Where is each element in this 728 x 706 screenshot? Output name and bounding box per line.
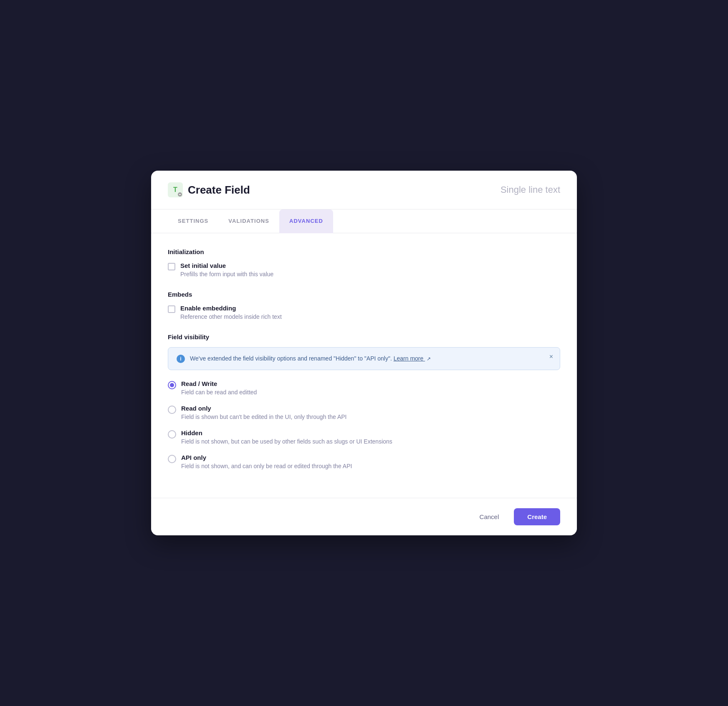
checkbox-content-initial-value: Set initial value Prefills the form inpu… [180,262,273,277]
cancel-button[interactable]: Cancel [471,509,508,524]
radio-content-hidden: Hidden Field is not shown, but can be us… [181,429,392,445]
radio-item-api-only: API only Field is not shown, and can onl… [168,454,560,469]
section-field-visibility: Field visibility i We've extended the fi… [168,333,560,469]
section-title-initialization: Initialization [168,248,560,255]
radio-api-only[interactable] [168,455,176,463]
header-left: T Create Field [168,182,250,197]
tab-validations[interactable]: VALIDATIONS [218,209,279,233]
radio-hidden[interactable] [168,430,176,439]
radio-content-read-write: Read / Write Field can be read and editt… [181,380,257,396]
field-type-label: Single line text [500,184,560,195]
info-banner: i We've extended the field visibility op… [168,347,560,370]
radio-item-read-write: Read / Write Field can be read and editt… [168,380,560,396]
close-banner-button[interactable]: × [549,353,553,360]
radio-read-only[interactable] [168,406,176,414]
chevron-down-icon [179,194,181,195]
checkbox-description-initial-value: Prefills the form input with this value [180,271,273,277]
modal-wrapper: T Create Field Single line text SETTINGS… [134,154,594,552]
checkbox-item-initial-value: Set initial value Prefills the form inpu… [168,262,560,277]
section-embeds: Embeds Enable embedding Reference other … [168,291,560,320]
radio-description-read-only: Field is shown but can't be edited in th… [181,414,346,420]
info-icon: i [177,355,185,363]
field-type-dropdown-trigger[interactable] [178,192,182,197]
radio-item-hidden: Hidden Field is not shown, but can be us… [168,429,560,445]
checkbox-content-embedding: Enable embedding Reference other models … [180,305,282,320]
modal-content: Initialization Set initial value Prefill… [151,233,577,498]
tabs-container: SETTINGS VALIDATIONS ADVANCED [151,209,577,233]
modal-dialog: T Create Field Single line text SETTINGS… [151,171,577,535]
radio-content-api-only: API only Field is not shown, and can onl… [181,454,352,469]
checkbox-item-embedding: Enable embedding Reference other models … [168,305,560,320]
radio-description-hidden: Field is not shown, but can be used by o… [181,438,392,445]
checkbox-description-embedding: Reference other models inside rich text [180,313,282,320]
checkbox-enable-embedding[interactable] [168,305,175,313]
section-title-field-visibility: Field visibility [168,333,560,340]
external-link-icon: ↗ [427,355,431,363]
radio-content-read-only: Read only Field is shown but can't be ed… [181,405,346,420]
radio-item-read-only: Read only Field is shown but can't be ed… [168,405,560,420]
radio-label-hidden: Hidden [181,429,392,436]
section-initialization: Initialization Set initial value Prefill… [168,248,560,277]
field-icon-letter: T [173,186,177,194]
create-button[interactable]: Create [514,508,560,525]
learn-more-link[interactable]: Learn more ↗ [394,355,431,362]
info-banner-message: We've extended the field visibility opti… [190,355,394,362]
tab-advanced[interactable]: ADVANCED [279,209,333,233]
radio-label-read-only: Read only [181,405,346,412]
field-type-icon[interactable]: T [168,182,183,197]
radio-label-read-write: Read / Write [181,380,257,387]
checkbox-label-initial-value: Set initial value [180,262,273,269]
section-title-embeds: Embeds [168,291,560,298]
modal-header: T Create Field Single line text [151,171,577,209]
info-banner-text: We've extended the field visibility opti… [190,354,551,363]
tab-settings[interactable]: SETTINGS [168,209,218,233]
radio-description-read-write: Field can be read and editted [181,389,257,396]
radio-read-write[interactable] [168,381,176,389]
modal-footer: Cancel Create [151,498,577,535]
radio-description-api-only: Field is not shown, and can only be read… [181,463,352,469]
radio-label-api-only: API only [181,454,352,461]
checkbox-set-initial-value[interactable] [168,263,175,270]
checkbox-label-embedding: Enable embedding [180,305,282,312]
page-title: Create Field [188,184,250,197]
